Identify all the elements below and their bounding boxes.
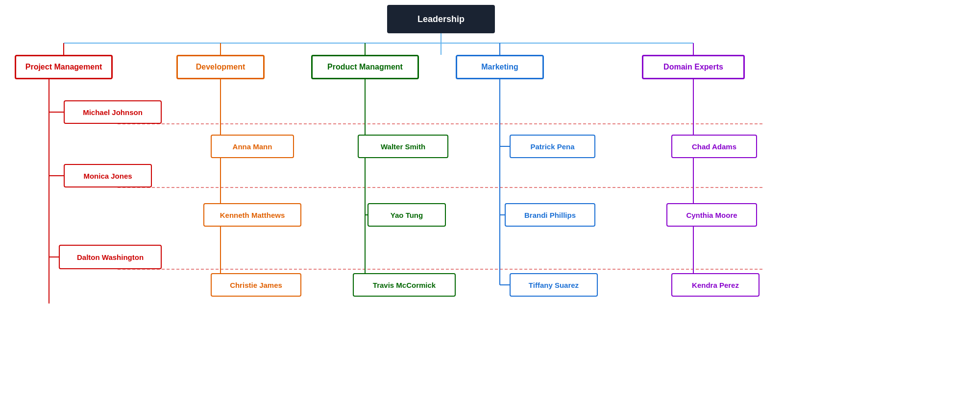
dept-marketing: Marketing bbox=[456, 55, 544, 79]
person-cynthia: Cynthia Moore bbox=[666, 203, 757, 227]
person-kenneth: Kenneth Matthews bbox=[203, 203, 301, 227]
person-michael: Michael Johnson bbox=[64, 100, 162, 124]
person-chad: Chad Adams bbox=[671, 135, 757, 158]
dept-proj_mgmt: Project Management bbox=[15, 55, 113, 79]
person-christie: Christie James bbox=[211, 273, 301, 297]
person-yao: Yao Tung bbox=[368, 203, 446, 227]
dept-dev: Development bbox=[176, 55, 265, 79]
person-dalton: Dalton Washington bbox=[59, 245, 162, 269]
person-anna: Anna Mann bbox=[211, 135, 294, 158]
person-kendra: Kendra Perez bbox=[671, 273, 760, 297]
org-chart: Leadership Project ManagementDevelopment… bbox=[0, 0, 980, 396]
person-brandi: Brandi Phillips bbox=[505, 203, 595, 227]
person-tiffany: Tiffany Suarez bbox=[510, 273, 598, 297]
person-patrick: Patrick Pena bbox=[510, 135, 595, 158]
dept-domain: Domain Experts bbox=[642, 55, 745, 79]
dept-prod_mgmt: Product Managment bbox=[311, 55, 419, 79]
person-monica: Monica Jones bbox=[64, 164, 152, 187]
leadership-node: Leadership bbox=[387, 5, 495, 33]
person-travis: Travis McCormick bbox=[353, 273, 456, 297]
person-walter: Walter Smith bbox=[358, 135, 448, 158]
